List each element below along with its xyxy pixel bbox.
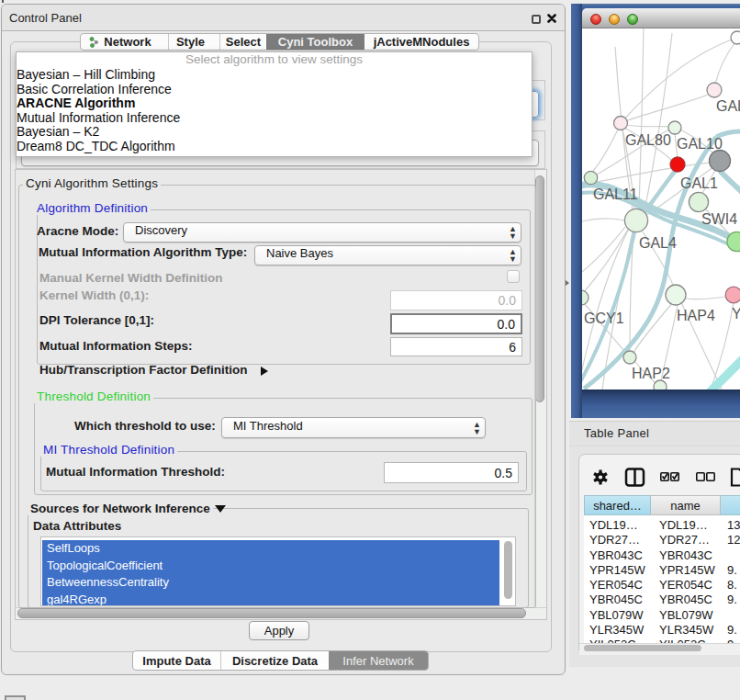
svg-text:GAL4: GAL4: [639, 235, 677, 251]
svg-text:Y: Y: [732, 306, 740, 322]
svg-text:GCY1: GCY1: [584, 310, 624, 326]
svg-text:GAL80: GAL80: [625, 132, 671, 148]
svg-text:HAP2: HAP2: [632, 366, 670, 381]
svg-text:GAL10: GAL10: [677, 136, 723, 152]
svg-text:HAP4: HAP4: [677, 308, 715, 323]
svg-text:GAL7: GAL7: [716, 98, 740, 114]
svg-text:GAL1: GAL1: [680, 175, 718, 191]
svg-text:SWI4: SWI4: [701, 211, 737, 227]
svg-text:GAL11: GAL11: [593, 186, 638, 202]
